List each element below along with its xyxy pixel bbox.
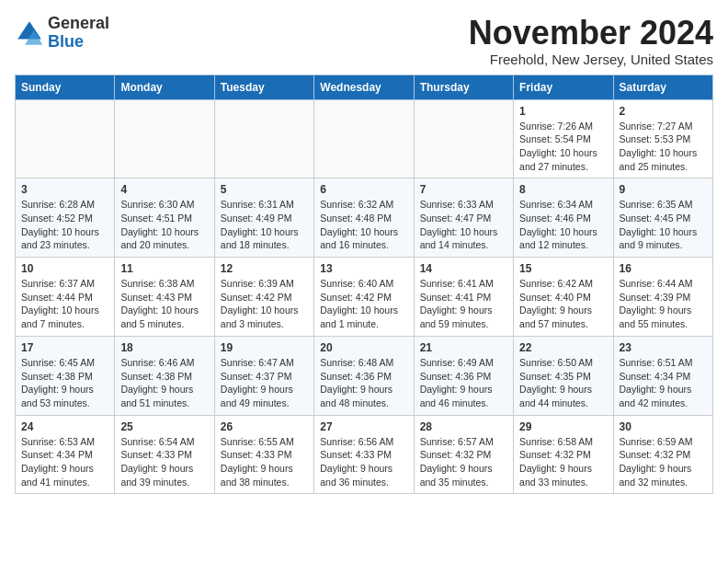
svg-marker-0: [17, 21, 41, 39]
day-number: 14: [420, 262, 507, 275]
day-number: 28: [420, 420, 507, 433]
calendar-cell: 11Sunrise: 6:38 AM Sunset: 4:43 PM Dayli…: [115, 258, 214, 337]
day-info: Sunrise: 6:44 AM Sunset: 4:39 PM Dayligh…: [620, 277, 707, 331]
day-number: 27: [320, 420, 407, 433]
calendar-cell: 10Sunrise: 6:37 AM Sunset: 4:44 PM Dayli…: [16, 258, 115, 337]
day-info: Sunrise: 6:30 AM Sunset: 4:51 PM Dayligh…: [120, 198, 208, 252]
calendar-cell: [16, 99, 115, 178]
location-subtitle: Freehold, New Jersey, United States: [469, 52, 713, 67]
day-info: Sunrise: 6:50 AM Sunset: 4:35 PM Dayligh…: [519, 356, 607, 410]
calendar-cell: 14Sunrise: 6:41 AM Sunset: 4:41 PM Dayli…: [414, 258, 513, 337]
weekday-header-wednesday: Wednesday: [314, 75, 414, 99]
day-info: Sunrise: 6:28 AM Sunset: 4:52 PM Dayligh…: [21, 198, 108, 252]
day-number: 7: [420, 183, 507, 196]
logo-blue-text: Blue: [48, 33, 109, 52]
day-number: 11: [120, 262, 208, 275]
calendar-cell: 16Sunrise: 6:44 AM Sunset: 4:39 PM Dayli…: [613, 258, 712, 337]
day-number: 5: [221, 183, 308, 196]
day-info: Sunrise: 6:39 AM Sunset: 4:42 PM Dayligh…: [221, 277, 308, 331]
day-number: 29: [519, 420, 607, 433]
calendar-week-row: 10Sunrise: 6:37 AM Sunset: 4:44 PM Dayli…: [16, 258, 713, 337]
day-info: Sunrise: 6:42 AM Sunset: 4:40 PM Dayligh…: [519, 277, 607, 331]
calendar-cell: 5Sunrise: 6:31 AM Sunset: 4:49 PM Daylig…: [214, 178, 313, 258]
day-info: Sunrise: 7:26 AM Sunset: 5:54 PM Dayligh…: [519, 120, 607, 174]
calendar-cell: 7Sunrise: 6:33 AM Sunset: 4:47 PM Daylig…: [414, 178, 513, 258]
calendar-week-row: 24Sunrise: 6:53 AM Sunset: 4:34 PM Dayli…: [16, 415, 713, 494]
calendar-cell: 2Sunrise: 7:27 AM Sunset: 5:53 PM Daylig…: [613, 99, 712, 178]
day-info: Sunrise: 6:49 AM Sunset: 4:36 PM Dayligh…: [420, 356, 507, 410]
calendar-cell: [214, 99, 313, 178]
logo: General Blue: [15, 15, 109, 52]
calendar-cell: 29Sunrise: 6:58 AM Sunset: 4:32 PM Dayli…: [514, 415, 613, 494]
day-info: Sunrise: 7:27 AM Sunset: 5:53 PM Dayligh…: [620, 120, 707, 174]
calendar-cell: [414, 99, 513, 178]
calendar-cell: 17Sunrise: 6:45 AM Sunset: 4:38 PM Dayli…: [16, 336, 115, 415]
header: General Blue November 2024 Freehold, New…: [15, 15, 713, 67]
day-info: Sunrise: 6:47 AM Sunset: 4:37 PM Dayligh…: [221, 356, 308, 410]
day-number: 12: [221, 262, 308, 275]
weekday-header-saturday: Saturday: [613, 75, 712, 99]
day-info: Sunrise: 6:58 AM Sunset: 4:32 PM Dayligh…: [519, 435, 607, 489]
calendar-cell: 15Sunrise: 6:42 AM Sunset: 4:40 PM Dayli…: [514, 258, 613, 337]
calendar-cell: 28Sunrise: 6:57 AM Sunset: 4:32 PM Dayli…: [414, 415, 513, 494]
day-info: Sunrise: 6:46 AM Sunset: 4:38 PM Dayligh…: [120, 356, 208, 410]
calendar-cell: 30Sunrise: 6:59 AM Sunset: 4:32 PM Dayli…: [613, 415, 712, 494]
calendar-week-row: 17Sunrise: 6:45 AM Sunset: 4:38 PM Dayli…: [16, 336, 713, 415]
day-number: 26: [221, 420, 308, 433]
day-info: Sunrise: 6:48 AM Sunset: 4:36 PM Dayligh…: [320, 356, 407, 410]
calendar-cell: [115, 99, 214, 178]
day-info: Sunrise: 6:54 AM Sunset: 4:33 PM Dayligh…: [120, 435, 208, 489]
calendar-cell: 8Sunrise: 6:34 AM Sunset: 4:46 PM Daylig…: [514, 178, 613, 258]
calendar-cell: 3Sunrise: 6:28 AM Sunset: 4:52 PM Daylig…: [16, 178, 115, 258]
calendar-cell: 26Sunrise: 6:55 AM Sunset: 4:33 PM Dayli…: [214, 415, 313, 494]
weekday-header-monday: Monday: [115, 75, 214, 99]
day-info: Sunrise: 6:57 AM Sunset: 4:32 PM Dayligh…: [420, 435, 507, 489]
calendar-cell: 25Sunrise: 6:54 AM Sunset: 4:33 PM Dayli…: [115, 415, 214, 494]
day-number: 4: [120, 183, 208, 196]
calendar-cell: 6Sunrise: 6:32 AM Sunset: 4:48 PM Daylig…: [314, 178, 414, 258]
day-number: 9: [620, 183, 707, 196]
day-number: 23: [620, 341, 707, 354]
calendar-cell: 21Sunrise: 6:49 AM Sunset: 4:36 PM Dayli…: [414, 336, 513, 415]
calendar-cell: 4Sunrise: 6:30 AM Sunset: 4:51 PM Daylig…: [115, 178, 214, 258]
logo-general-text: General: [48, 15, 109, 33]
calendar-cell: [314, 99, 414, 178]
calendar-week-row: 1Sunrise: 7:26 AM Sunset: 5:54 PM Daylig…: [16, 99, 713, 178]
title-block: November 2024 Freehold, New Jersey, Unit…: [469, 15, 713, 67]
calendar-cell: 23Sunrise: 6:51 AM Sunset: 4:34 PM Dayli…: [613, 336, 712, 415]
day-number: 1: [519, 105, 607, 118]
day-number: 25: [120, 420, 208, 433]
calendar-week-row: 3Sunrise: 6:28 AM Sunset: 4:52 PM Daylig…: [16, 178, 713, 258]
day-info: Sunrise: 6:53 AM Sunset: 4:34 PM Dayligh…: [21, 435, 108, 489]
day-info: Sunrise: 6:56 AM Sunset: 4:33 PM Dayligh…: [320, 435, 407, 489]
weekday-header-thursday: Thursday: [414, 75, 513, 99]
day-number: 15: [519, 262, 607, 275]
calendar-cell: 19Sunrise: 6:47 AM Sunset: 4:37 PM Dayli…: [214, 336, 313, 415]
calendar-cell: 9Sunrise: 6:35 AM Sunset: 4:45 PM Daylig…: [613, 178, 712, 258]
day-number: 2: [620, 105, 707, 118]
logo-icon: [15, 18, 44, 48]
day-number: 20: [320, 341, 407, 354]
day-number: 17: [21, 341, 108, 354]
calendar-cell: 27Sunrise: 6:56 AM Sunset: 4:33 PM Dayli…: [314, 415, 414, 494]
day-info: Sunrise: 6:55 AM Sunset: 4:33 PM Dayligh…: [221, 435, 308, 489]
calendar-cell: 13Sunrise: 6:40 AM Sunset: 4:42 PM Dayli…: [314, 258, 414, 337]
day-info: Sunrise: 6:31 AM Sunset: 4:49 PM Dayligh…: [221, 198, 308, 252]
weekday-header-sunday: Sunday: [16, 75, 115, 99]
day-info: Sunrise: 6:34 AM Sunset: 4:46 PM Dayligh…: [519, 198, 607, 252]
calendar-table: SundayMondayTuesdayWednesdayThursdayFrid…: [15, 75, 713, 495]
day-number: 6: [320, 183, 407, 196]
day-info: Sunrise: 6:59 AM Sunset: 4:32 PM Dayligh…: [620, 435, 707, 489]
day-number: 10: [21, 262, 108, 275]
day-number: 21: [420, 341, 507, 354]
calendar-cell: 18Sunrise: 6:46 AM Sunset: 4:38 PM Dayli…: [115, 336, 214, 415]
weekday-header-tuesday: Tuesday: [214, 75, 313, 99]
day-number: 22: [519, 341, 607, 354]
day-info: Sunrise: 6:33 AM Sunset: 4:47 PM Dayligh…: [420, 198, 507, 252]
day-info: Sunrise: 6:45 AM Sunset: 4:38 PM Dayligh…: [21, 356, 108, 410]
calendar-header-row: SundayMondayTuesdayWednesdayThursdayFrid…: [16, 75, 713, 99]
day-info: Sunrise: 6:38 AM Sunset: 4:43 PM Dayligh…: [120, 277, 208, 331]
calendar-cell: 20Sunrise: 6:48 AM Sunset: 4:36 PM Dayli…: [314, 336, 414, 415]
day-info: Sunrise: 6:40 AM Sunset: 4:42 PM Dayligh…: [320, 277, 407, 331]
day-number: 24: [21, 420, 108, 433]
